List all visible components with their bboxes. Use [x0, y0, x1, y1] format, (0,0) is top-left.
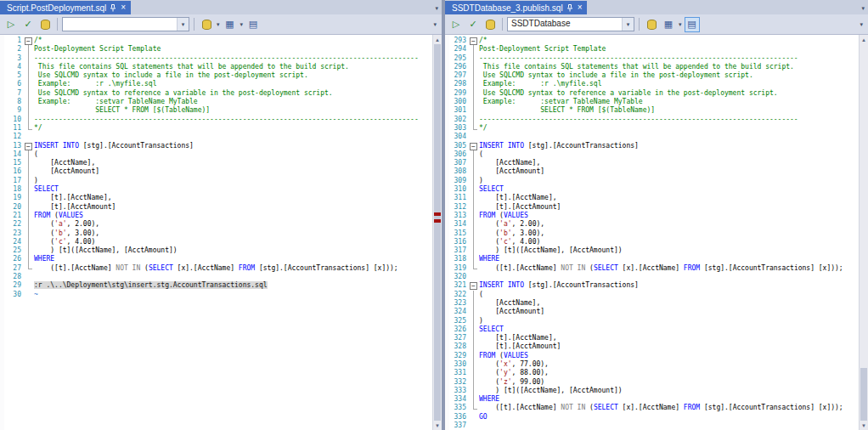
- code-line-301[interactable]: 301 SELECT * FROM [$(TableName)]: [449, 106, 859, 115]
- vertical-scrollbar-right[interactable]: ▲ ▼: [859, 35, 868, 430]
- scroll-down-button[interactable]: ▼: [433, 421, 442, 430]
- scrollbar-thumb[interactable]: [434, 44, 441, 421]
- code-line-313[interactable]: 313FROM (VALUES: [449, 212, 859, 220]
- database-combobox[interactable]: ▾: [62, 17, 189, 31]
- validate-syntax-button[interactable]: ✓: [465, 17, 481, 32]
- validate-syntax-button[interactable]: ✓: [20, 17, 36, 32]
- code-line-297[interactable]: 297 Use SQLCMD syntax to include a file …: [449, 71, 859, 80]
- dropdown-caret-icon[interactable]: ▾: [216, 21, 221, 28]
- scroll-up-button[interactable]: ▲: [433, 35, 442, 44]
- code-line-305[interactable]: 305−INSERT INTO [stg].[AccountTransactio…: [449, 142, 859, 150]
- combo-dropdown-icon[interactable]: ▾: [177, 18, 189, 31]
- code-line-296[interactable]: 296 This file contains SQL statements th…: [449, 63, 859, 71]
- scrollbar-thumb[interactable]: [860, 368, 867, 421]
- code-line-303[interactable]: 303*/: [449, 124, 859, 133]
- code-line-314[interactable]: 314 ('a', 2.00),: [449, 220, 859, 229]
- collapse-minus-icon[interactable]: −: [470, 37, 477, 45]
- code-line-304[interactable]: 304: [449, 133, 859, 141]
- chevron-down-icon[interactable]: ▾: [435, 5, 442, 14]
- code-line-320[interactable]: 320: [449, 273, 859, 281]
- code-line-22[interactable]: 22 ('a', 2.00),: [4, 220, 432, 229]
- code-line-328[interactable]: 328 [t].[AcctAmount]: [449, 342, 859, 351]
- code-line-334[interactable]: 334WHERE: [449, 395, 859, 404]
- code-line-329[interactable]: 329FROM (VALUES: [449, 352, 859, 360]
- toolbar-overflow-button[interactable]: ▾: [860, 21, 865, 28]
- code-line-11[interactable]: 11*/: [4, 124, 432, 133]
- code-line-12[interactable]: 12: [4, 133, 432, 141]
- code-line-324[interactable]: 324 [AcctAmount]: [449, 308, 859, 316]
- code-line-4[interactable]: 4 This file contains SQL statements that…: [4, 63, 432, 71]
- code-line-311[interactable]: 311 [t].[AcctName],: [449, 194, 859, 202]
- close-icon[interactable]: ×: [121, 3, 126, 12]
- pin-icon[interactable]: [110, 4, 116, 12]
- code-line-327[interactable]: 327 [t].[AcctName],: [449, 334, 859, 342]
- code-area-right[interactable]: 293−/*294Post-Deployment Script Template…: [449, 35, 859, 430]
- pin-icon[interactable]: [567, 4, 573, 12]
- code-line-5[interactable]: 5 Use SQLCMD syntax to include a file in…: [4, 71, 432, 80]
- chevron-down-icon[interactable]: ▾: [861, 5, 868, 14]
- code-line-330[interactable]: 330 ('x', 77.00),: [449, 360, 859, 369]
- code-line-337[interactable]: 337: [449, 422, 859, 430]
- change-connection-button[interactable]: [199, 17, 214, 32]
- code-line-13[interactable]: 13−INSERT INTO [stg].[AccountTransaction…: [4, 142, 432, 150]
- scrollbar-track[interactable]: [860, 44, 868, 421]
- tab-publish-script[interactable]: SSDTDatabase_3.publish.sql ×: [445, 1, 587, 14]
- code-line-310[interactable]: 310SELECT: [449, 185, 859, 194]
- code-line-335[interactable]: 335 ([t].[AcctName] NOT IN (SELECT [x].[…: [449, 404, 859, 412]
- code-line-3[interactable]: 3---------------------------------------…: [4, 54, 432, 63]
- scroll-up-button[interactable]: ▲: [860, 35, 868, 44]
- code-line-23[interactable]: 23 ('b', 3.00),: [4, 229, 432, 238]
- collapse-minus-icon[interactable]: −: [470, 143, 477, 150]
- code-line-18[interactable]: 18SELECT: [4, 185, 432, 194]
- code-line-30[interactable]: 30~: [4, 291, 432, 299]
- collapse-minus-icon[interactable]: −: [470, 282, 477, 290]
- code-line-295[interactable]: 295-------------------------------------…: [449, 54, 859, 63]
- collapse-minus-icon[interactable]: −: [25, 37, 32, 45]
- combo-dropdown-icon[interactable]: ▾: [622, 18, 634, 31]
- code-line-326[interactable]: 326SELECT: [449, 325, 859, 334]
- execute-button[interactable]: ▷: [448, 17, 464, 32]
- code-line-8[interactable]: 8 Example: :setvar TableName MyTable: [4, 98, 432, 106]
- code-line-17[interactable]: 17): [4, 177, 432, 185]
- code-line-1[interactable]: 1−/*: [4, 37, 432, 45]
- code-line-294[interactable]: 294Post-Deployment Script Template: [449, 45, 859, 54]
- code-line-306[interactable]: 306(: [449, 150, 859, 159]
- code-line-21[interactable]: 21FROM (VALUES: [4, 212, 432, 220]
- code-line-333[interactable]: 333 ) [t]([AcctName], [AcctAmount]): [449, 387, 859, 395]
- code-area-left[interactable]: 1−/*2Post-Deployment Script Template3---…: [4, 35, 432, 430]
- code-line-318[interactable]: 318WHERE: [449, 255, 859, 263]
- code-line-24[interactable]: 24 ('c', 4.00): [4, 238, 432, 246]
- code-line-14[interactable]: 14(: [4, 150, 432, 159]
- code-line-315[interactable]: 315 ('b', 3.00),: [449, 229, 859, 238]
- results-grid-button[interactable]: ▦: [661, 17, 676, 32]
- code-line-26[interactable]: 26WHERE: [4, 255, 432, 263]
- code-line-7[interactable]: 7 Use SQLCMD syntax to reference a varia…: [4, 89, 432, 98]
- sqlcmd-mode-toggle-button[interactable]: ▤: [685, 17, 700, 32]
- code-line-331[interactable]: 331 ('y', 88.00),: [449, 369, 859, 377]
- code-line-325[interactable]: 325): [449, 317, 859, 325]
- close-icon[interactable]: ×: [578, 3, 583, 12]
- tab-script-postdeployment[interactable]: Script.PostDeployment.sql ×: [0, 1, 131, 14]
- code-line-316[interactable]: 316 ('c', 4.00): [449, 238, 859, 246]
- results-grid-button[interactable]: ▦: [223, 17, 238, 32]
- code-line-308[interactable]: 308 [AcctAmount]: [449, 167, 859, 176]
- dropdown-caret-icon[interactable]: ▾: [678, 21, 683, 28]
- vertical-scrollbar-left[interactable]: ▲ ▼: [432, 35, 442, 430]
- code-line-298[interactable]: 298 Example: :r .\myfile.sql: [449, 80, 859, 88]
- fold-collapse-box[interactable]: −: [25, 142, 34, 150]
- code-line-27[interactable]: 27 ([t].[AcctName] NOT IN (SELECT [x].[A…: [4, 264, 432, 273]
- fold-collapse-box[interactable]: −: [470, 142, 479, 150]
- code-line-300[interactable]: 300 Example: :setvar TableName MyTable: [449, 98, 859, 106]
- code-line-25[interactable]: 25 ) [t]([AcctName], [AcctAmount]): [4, 246, 432, 255]
- code-line-15[interactable]: 15 [AcctName],: [4, 159, 432, 167]
- code-line-16[interactable]: 16 [AcctAmount]: [4, 167, 432, 176]
- code-line-28[interactable]: 28: [4, 273, 432, 281]
- code-line-2[interactable]: 2Post-Deployment Script Template: [4, 45, 432, 54]
- scrollbar-track[interactable]: [433, 44, 442, 421]
- code-line-293[interactable]: 293−/*: [449, 37, 859, 45]
- code-line-317[interactable]: 317 ) [t]([AcctName], [AcctAmount]): [449, 246, 859, 255]
- code-line-309[interactable]: 309): [449, 177, 859, 185]
- connection-button[interactable]: [37, 17, 53, 32]
- change-connection-button[interactable]: [644, 17, 659, 32]
- code-line-302[interactable]: 302-------------------------------------…: [449, 116, 859, 124]
